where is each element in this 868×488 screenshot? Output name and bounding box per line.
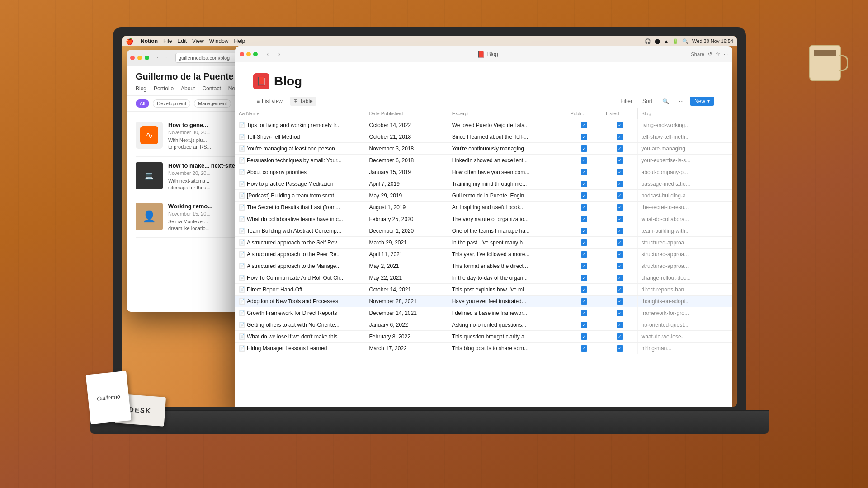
published-checkbox[interactable]: ✓ — [581, 228, 587, 234]
row-name-cell[interactable]: 📄How To Communicate And Roll Out Ch... — [235, 272, 365, 284]
row-name-cell[interactable]: 📄About company priorities — [235, 166, 365, 178]
notion-minimize[interactable] — [246, 52, 251, 56]
published-checkbox[interactable]: ✓ — [581, 181, 587, 187]
published-checkbox[interactable]: ✓ — [581, 157, 587, 164]
row-published-cell[interactable]: ✓ — [566, 284, 602, 296]
published-checkbox[interactable]: ✓ — [581, 286, 587, 293]
row-listed-cell[interactable]: ✓ — [602, 307, 638, 319]
listed-checkbox[interactable]: ✓ — [617, 251, 623, 258]
listed-checkbox[interactable]: ✓ — [617, 145, 623, 152]
row-listed-cell[interactable]: ✓ — [602, 155, 638, 166]
new-entry-button[interactable]: New ▾ — [690, 97, 714, 106]
published-checkbox[interactable]: ✓ — [581, 333, 587, 340]
row-listed-cell[interactable]: ✓ — [602, 143, 638, 155]
row-published-cell[interactable]: ✓ — [566, 260, 602, 272]
row-published-cell[interactable]: ✓ — [566, 225, 602, 237]
row-name-cell[interactable]: 📄How to practice Passage Meditation — [235, 178, 365, 190]
sort-button[interactable]: Sort — [639, 97, 656, 106]
window-menu[interactable]: Window — [209, 38, 229, 44]
row-published-cell[interactable]: ✓ — [566, 143, 602, 155]
row-name-cell[interactable]: 📄Tell-Show-Tell Method — [235, 131, 365, 143]
row-listed-cell[interactable]: ✓ — [602, 178, 638, 190]
more-options-icon[interactable]: ··· — [724, 52, 728, 57]
close-traffic-light[interactable] — [130, 56, 135, 60]
filter-all[interactable]: All — [136, 99, 149, 108]
minimize-traffic-light[interactable] — [137, 56, 142, 60]
notion-forward-btn[interactable]: › — [275, 50, 284, 59]
listed-checkbox[interactable]: ✓ — [617, 157, 623, 164]
listed-checkbox[interactable]: ✓ — [617, 322, 623, 328]
listed-checkbox[interactable]: ✓ — [617, 298, 623, 305]
published-checkbox[interactable]: ✓ — [581, 216, 587, 222]
listed-checkbox[interactable]: ✓ — [617, 204, 623, 211]
listed-checkbox[interactable]: ✓ — [617, 181, 623, 187]
row-listed-cell[interactable]: ✓ — [602, 119, 638, 131]
add-view-btn[interactable]: + — [320, 97, 330, 106]
row-listed-cell[interactable]: ✓ — [602, 284, 638, 296]
listed-checkbox[interactable]: ✓ — [617, 134, 623, 140]
row-listed-cell[interactable]: ✓ — [602, 296, 638, 307]
row-published-cell[interactable]: ✓ — [566, 319, 602, 331]
published-checkbox[interactable]: ✓ — [581, 145, 587, 152]
row-published-cell[interactable]: ✓ — [566, 237, 602, 249]
notion-maximize[interactable] — [253, 52, 258, 56]
published-checkbox[interactable]: ✓ — [581, 322, 587, 328]
published-checkbox[interactable]: ✓ — [581, 275, 587, 281]
listed-checkbox[interactable]: ✓ — [617, 192, 623, 199]
published-checkbox[interactable]: ✓ — [581, 263, 587, 269]
star-icon[interactable]: ☆ — [716, 51, 720, 57]
table-view-btn[interactable]: ⊞ Table — [290, 97, 316, 106]
published-checkbox[interactable]: ✓ — [581, 192, 587, 199]
row-name-cell[interactable]: 📄Direct Report Hand-Off — [235, 284, 365, 296]
listed-checkbox[interactable]: ✓ — [617, 239, 623, 246]
row-listed-cell[interactable]: ✓ — [602, 331, 638, 343]
row-name-cell[interactable]: 📄A structured approach to the Manage... — [235, 260, 365, 272]
row-published-cell[interactable]: ✓ — [566, 119, 602, 131]
row-listed-cell[interactable]: ✓ — [602, 260, 638, 272]
list-view-btn[interactable]: ≡ List view — [253, 97, 286, 106]
nav-about[interactable]: About — [181, 85, 195, 92]
row-published-cell[interactable]: ✓ — [566, 213, 602, 225]
published-checkbox[interactable]: ✓ — [581, 345, 587, 352]
row-name-cell[interactable]: 📄Getting others to act with No-Oriente..… — [235, 319, 365, 331]
filter-development[interactable]: Development — [153, 99, 190, 108]
row-name-cell[interactable]: 📄What do we lose if we don't make this..… — [235, 331, 365, 343]
row-published-cell[interactable]: ✓ — [566, 249, 602, 260]
nav-contact[interactable]: Contact — [202, 85, 221, 92]
row-listed-cell[interactable]: ✓ — [602, 249, 638, 260]
file-menu[interactable]: File — [163, 38, 172, 44]
row-listed-cell[interactable]: ✓ — [602, 319, 638, 331]
listed-checkbox[interactable]: ✓ — [617, 169, 623, 175]
row-published-cell[interactable]: ✓ — [566, 296, 602, 307]
row-listed-cell[interactable]: ✓ — [602, 190, 638, 202]
app-name-menu[interactable]: Notion — [141, 38, 158, 44]
row-published-cell[interactable]: ✓ — [566, 202, 602, 213]
filter-button[interactable]: Filter — [617, 97, 636, 106]
maximize-traffic-light[interactable] — [145, 56, 149, 60]
row-published-cell[interactable]: ✓ — [566, 190, 602, 202]
row-name-cell[interactable]: 📄Persuasion techniques by email: Your... — [235, 155, 365, 166]
post-title[interactable]: How to gene... — [168, 122, 211, 128]
apple-menu[interactable]: 🍎 — [126, 38, 133, 45]
listed-checkbox[interactable]: ✓ — [617, 228, 623, 234]
row-name-cell[interactable]: 📄Adoption of New Tools and Processes — [235, 296, 365, 307]
row-published-cell[interactable]: ✓ — [566, 155, 602, 166]
published-checkbox[interactable]: ✓ — [581, 310, 587, 316]
row-listed-cell[interactable]: ✓ — [602, 131, 638, 143]
listed-checkbox[interactable]: ✓ — [617, 275, 623, 281]
listed-checkbox[interactable]: ✓ — [617, 310, 623, 316]
row-listed-cell[interactable]: ✓ — [602, 166, 638, 178]
row-published-cell[interactable]: ✓ — [566, 272, 602, 284]
row-name-cell[interactable]: 📄Team Building with Abstract Contemp... — [235, 225, 365, 237]
row-name-cell[interactable]: 📄The Secret to Results that Last (from..… — [235, 202, 365, 213]
row-listed-cell[interactable]: ✓ — [602, 213, 638, 225]
published-checkbox[interactable]: ✓ — [581, 169, 587, 175]
listed-checkbox[interactable]: ✓ — [617, 333, 623, 340]
history-icon[interactable]: ↺ — [708, 51, 712, 57]
row-published-cell[interactable]: ✓ — [566, 343, 602, 354]
row-published-cell[interactable]: ✓ — [566, 331, 602, 343]
row-listed-cell[interactable]: ✓ — [602, 225, 638, 237]
row-listed-cell[interactable]: ✓ — [602, 237, 638, 249]
listed-checkbox[interactable]: ✓ — [617, 286, 623, 293]
listed-checkbox[interactable]: ✓ — [617, 263, 623, 269]
